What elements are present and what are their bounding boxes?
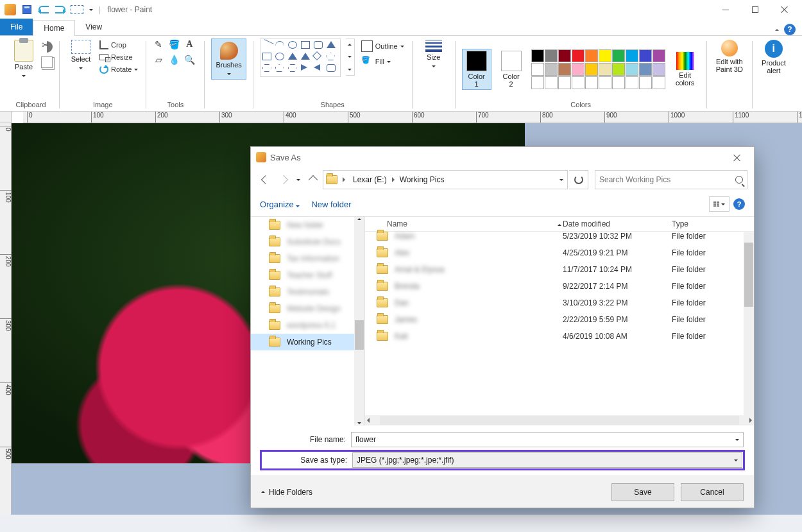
qat-select-button[interactable] <box>69 2 85 17</box>
qat-undo-button[interactable] <box>36 2 51 17</box>
shapes-scrollbar[interactable] <box>346 39 355 76</box>
tab-home[interactable]: Home <box>33 20 75 36</box>
color-swatch[interactable] <box>558 76 571 89</box>
refresh-button[interactable] <box>569 170 588 189</box>
file-row[interactable]: Amal & Elyssa11/7/2017 10:24 PMFile fold… <box>365 261 754 278</box>
breadcrumb-bar[interactable]: Lexar (E:) Working Pics <box>323 170 568 189</box>
dialog-help-button[interactable]: ? <box>733 198 745 210</box>
search-input[interactable]: Search Working Pics <box>595 170 747 189</box>
color-swatch[interactable] <box>599 63 611 76</box>
color-swatch[interactable] <box>531 63 544 76</box>
breadcrumb-part[interactable]: Working Pics <box>395 171 450 189</box>
tree-item[interactable]: Substitute Docs <box>251 234 364 250</box>
tree-item[interactable]: Working Pics <box>251 334 364 350</box>
color-swatch[interactable] <box>531 76 544 89</box>
color-swatch[interactable] <box>599 49 611 62</box>
color2-button[interactable]: Color 2 <box>497 49 526 89</box>
color-swatch[interactable] <box>612 76 625 89</box>
copy-button[interactable] <box>41 56 53 68</box>
color1-button[interactable]: Color 1 <box>462 49 491 90</box>
text-tool[interactable]: A <box>183 39 195 50</box>
hide-folders-button[interactable]: Hide Folders <box>261 488 312 497</box>
fill-tool[interactable]: 🪣 <box>168 39 180 50</box>
close-button[interactable] <box>770 0 799 19</box>
chevron-down-icon[interactable] <box>735 439 739 441</box>
color-swatch[interactable] <box>545 63 558 76</box>
edit-with-3d-button[interactable]: Edit with Paint 3D <box>713 39 746 74</box>
fill-button[interactable]: 🪣Fill <box>360 55 405 68</box>
maximize-button[interactable] <box>740 0 770 19</box>
help-button[interactable]: ? <box>784 24 796 35</box>
color-swatch[interactable] <box>572 63 584 76</box>
collapse-ribbon-icon[interactable] <box>775 29 779 31</box>
file-row[interactable]: Alex4/25/2019 9:21 PMFile folder <box>365 245 754 261</box>
eraser-tool[interactable]: ▱ <box>153 54 164 65</box>
cancel-button[interactable]: Cancel <box>681 483 744 501</box>
color-swatch[interactable] <box>531 49 544 62</box>
color-swatch[interactable] <box>585 76 598 89</box>
nav-forward-button[interactable] <box>275 171 292 189</box>
color-swatch[interactable] <box>626 63 638 76</box>
tree-item[interactable]: Tax Information <box>251 250 364 267</box>
qat-customize-dropdown[interactable] <box>86 2 96 17</box>
save-button[interactable]: Save <box>611 483 674 501</box>
app-icon[interactable] <box>3 2 18 17</box>
edit-colors-button[interactable]: Edit colors <box>670 51 700 88</box>
color-swatch[interactable] <box>545 49 558 62</box>
minimize-button[interactable] <box>711 0 740 19</box>
qat-save-button[interactable] <box>19 2 35 17</box>
tree-scrollbar[interactable] <box>354 217 364 425</box>
type-dropdown[interactable]: JPEG (*.jpg;*.jpeg;*.jpe;*.jfif) <box>352 452 742 468</box>
chevron-down-icon[interactable] <box>734 459 738 461</box>
color-swatch[interactable] <box>585 49 598 62</box>
paste-button[interactable]: Paste <box>9 39 38 80</box>
tree-item[interactable]: New folder <box>251 217 364 234</box>
tree-item[interactable]: Website Design <box>251 300 364 317</box>
tree-item[interactable]: Testimonials <box>251 284 364 300</box>
file-row[interactable]: Dan3/10/2019 3:22 PMFile folder <box>365 295 754 311</box>
nav-recent-dropdown[interactable] <box>293 171 303 189</box>
size-button[interactable]: Size <box>419 39 448 70</box>
rotate-button[interactable]: Rotate <box>98 64 139 74</box>
select-button[interactable]: Select <box>66 39 96 72</box>
scroll-thumb[interactable] <box>355 320 364 350</box>
color-swatch[interactable] <box>572 49 584 62</box>
cut-button[interactable] <box>41 41 53 53</box>
brushes-button[interactable]: Brushes <box>211 39 246 80</box>
h-scrollbar[interactable] <box>365 415 754 425</box>
color-swatch[interactable] <box>572 76 584 89</box>
file-row[interactable]: James2/22/2019 5:59 PMFile folder <box>365 311 754 328</box>
color-swatch[interactable] <box>545 76 558 89</box>
color-swatch[interactable] <box>558 63 571 76</box>
color-swatch[interactable] <box>599 76 611 89</box>
zoom-tool[interactable]: 🔍 <box>183 54 195 65</box>
tab-file[interactable]: File <box>0 19 33 35</box>
color-swatch[interactable] <box>612 49 625 62</box>
picker-tool[interactable]: 💧 <box>168 54 180 65</box>
color-swatch[interactable] <box>612 63 625 76</box>
nav-back-button[interactable] <box>257 171 274 189</box>
organize-menu[interactable]: Organize <box>260 200 300 209</box>
outline-button[interactable]: Outline <box>360 40 405 53</box>
v-scrollbar[interactable] <box>744 232 754 415</box>
color-swatch[interactable] <box>585 63 598 76</box>
scroll-thumb[interactable] <box>744 243 753 307</box>
product-alert-button[interactable]: iProduct alert <box>759 39 789 76</box>
color-swatch[interactable] <box>639 76 652 89</box>
color-swatch[interactable] <box>558 49 571 62</box>
color-swatch[interactable] <box>653 76 665 89</box>
resize-button[interactable]: Resize <box>98 53 139 62</box>
crop-button[interactable]: Crop <box>98 40 139 50</box>
view-options-button[interactable] <box>709 196 729 212</box>
tree-item[interactable]: wordpress-5.1 <box>251 317 364 334</box>
tree-item[interactable]: Teacher Stuff <box>251 267 364 284</box>
color-swatch[interactable] <box>653 49 665 62</box>
dialog-close-button[interactable] <box>724 148 749 166</box>
color-swatch[interactable] <box>639 63 652 76</box>
folder-tree[interactable]: New folderSubstitute DocsTax Information… <box>251 217 365 425</box>
chevron-down-icon[interactable] <box>559 179 563 181</box>
qat-redo-button[interactable] <box>53 2 68 17</box>
color-swatch[interactable] <box>626 76 638 89</box>
filename-input[interactable]: flower <box>351 432 744 447</box>
file-row[interactable]: Kait4/6/2019 10:08 AMFile folder <box>365 328 754 345</box>
